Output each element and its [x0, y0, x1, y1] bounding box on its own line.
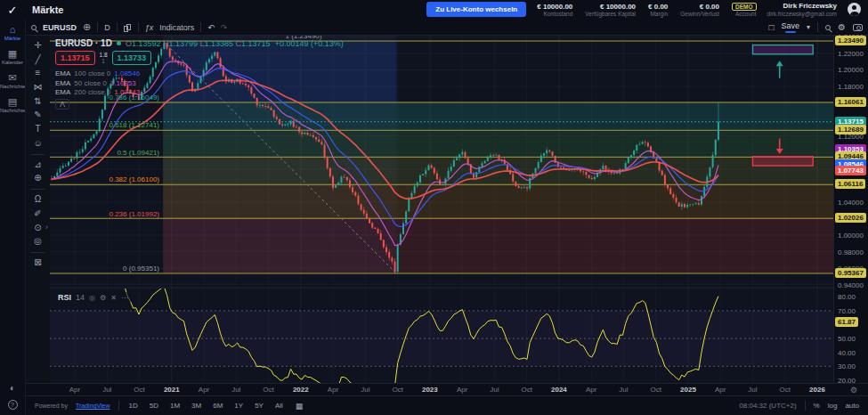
theme-toggle-icon[interactable]: ◐ [10, 383, 15, 393]
long-short-position-tool-icon[interactable]: ⇅ [31, 96, 45, 108]
brush-tool-icon[interactable]: ✎ [31, 110, 45, 121]
svg-text:0 (0.95351): 0 (0.95351) [123, 264, 159, 273]
broker-logo-icon[interactable]: ✓ [0, 0, 25, 20]
zoom-in-tool-icon[interactable]: ⊕ [31, 173, 45, 184]
multichart-layout-icon[interactable]: □ [768, 22, 774, 32]
trendline-tool-icon[interactable]: ╱ [31, 54, 45, 66]
page-title: Märkte [32, 4, 63, 15]
account-stat-label: Account [735, 11, 757, 17]
fib-retracement-tool-icon[interactable]: ≡ [31, 68, 45, 79]
symbol-search-input[interactable]: EURUSD [43, 23, 77, 32]
range-button-1y[interactable]: 1Y [232, 401, 245, 411]
rsi-settings-gear-icon[interactable]: ⚙ [100, 294, 106, 302]
range-button-1m[interactable]: 1M [168, 401, 182, 411]
user-email: dirk.friczewsky@gmail.com [767, 11, 837, 18]
measure-tool-icon[interactable]: ⊿ [31, 159, 45, 171]
chart-pane[interactable]: 1 (1.23490)0.786 (1.16049)0.618 (1.12741… [50, 36, 833, 383]
time-axis-label: Oct [385, 386, 410, 394]
account-stats: € 10000.00Kontostand€ 10000.00Verfügbare… [537, 3, 756, 18]
range-button-1d[interactable]: 1D [127, 401, 140, 411]
sidebar-item-nachrichten[interactable]: ▤Nachrichten [0, 97, 25, 113]
rsi-chart-canvas[interactable] [50, 289, 833, 383]
clock-label[interactable]: 08:04:32 (UTC+2) [739, 402, 796, 410]
axis-settings-gear-icon[interactable]: ⚙ [850, 386, 857, 395]
sidebar-item-label: Märkte [4, 36, 20, 41]
ema-legend-row[interactable]: EMA100 close 01.08546 [55, 69, 344, 77]
rsi-title[interactable]: RSI [58, 293, 71, 302]
magnet-tool-icon[interactable]: Ω [31, 194, 45, 206]
rsi-more-icon[interactable]: ⋯ [121, 294, 128, 302]
legend-collapse-button[interactable]: ⋀ [55, 99, 69, 110]
undo-icon[interactable]: ↶ [207, 23, 215, 32]
price-axis[interactable]: 1.240001.220001.200001.180001.160001.120… [833, 36, 868, 383]
tradingview-link[interactable]: TradingView [76, 403, 110, 409]
redo-icon[interactable]: ↷ [221, 23, 228, 32]
indicators-button[interactable]: Indicators [159, 23, 194, 32]
drawing-mode-tool-icon[interactable]: ✐ [31, 208, 45, 220]
chart-settings-gear-icon[interactable]: ⚙ [838, 22, 846, 32]
compare-add-symbol-icon[interactable]: ⊕ [83, 21, 91, 33]
sidebar-item-label: Nachrichten [0, 84, 25, 89]
account-stat-value: € 0.00 [700, 3, 719, 11]
time-axis-label: 2023 [418, 386, 442, 394]
toolbar-divider [31, 189, 45, 190]
price-axis-tick: 1.22000 [838, 50, 864, 58]
range-button-6m[interactable]: 6M [211, 401, 224, 411]
log-scale-button[interactable]: log [828, 402, 838, 410]
user-info: Dirk Friczewsky dirk.friczewsky@gmail.co… [767, 2, 837, 17]
sidebar-item-nachrichten[interactable]: ✉Nachrichten [0, 73, 25, 89]
interval-button[interactable]: D [104, 23, 110, 32]
emoji-tool-icon[interactable]: ☺ [31, 138, 45, 150]
time-axis-label: 2022 [288, 386, 313, 394]
range-button-3m[interactable]: 3M [190, 401, 203, 411]
panel-expander-chevron-icon[interactable]: › [45, 223, 48, 232]
range-button-all[interactable]: All [273, 401, 285, 411]
account-stat-label: Gewinn/Verlust [680, 11, 719, 17]
indicators-fx-icon[interactable]: ƒx [145, 23, 154, 32]
app-header: ✓ Märkte Zu Live-Konto wechseln € 10000.… [0, 0, 868, 20]
range-button-5y[interactable]: 5Y [253, 401, 265, 411]
symbol-search-icon[interactable] [31, 25, 37, 30]
news-icon: ▤ [8, 97, 17, 107]
toolbar-divider [200, 22, 201, 32]
price-axis-tick: 1.04000 [838, 199, 864, 207]
time-axis[interactable]: ⚙ AprJulOct2021AprJulOct2022AprJulOct202… [26, 383, 868, 395]
text-tool-icon[interactable]: T [31, 124, 45, 135]
save-dropdown-caret-icon[interactable]: ▾ [807, 23, 810, 31]
sidebar-item-kalender[interactable]: ▦Kalender [0, 49, 25, 65]
time-axis-label: Oct [127, 386, 152, 394]
symbol-title[interactable]: EURUSD · 1D [55, 38, 112, 48]
percent-scale-button[interactable]: % [814, 402, 820, 410]
buy-ask-button[interactable]: 1.13733 [112, 51, 152, 65]
quick-search-icon[interactable] [825, 25, 831, 30]
sidebar-item-märkte[interactable]: ⌂Märkte [0, 25, 25, 41]
account-stat-label: Kontostand [543, 11, 572, 17]
snapshot-camera-icon[interactable] [853, 24, 863, 31]
time-axis-label: Apr [320, 386, 345, 394]
go-to-date-calendar-icon[interactable]: ▦ [296, 402, 304, 411]
delete-drawings-tool-icon[interactable]: ⊠ [31, 257, 45, 269]
switch-to-live-button[interactable]: Zu Live-Konto wechseln [426, 2, 526, 17]
auto-scale-button[interactable]: auto [845, 402, 859, 410]
ema-legend-rows: EMA100 close 01.08546EMA50 close 01.1035… [55, 69, 344, 96]
save-layout-button[interactable]: Save [782, 22, 800, 33]
chart-style-icon[interactable] [124, 23, 132, 32]
help-icon[interactable]: ? [8, 400, 18, 410]
drawing-toolbar: ✛╱≡⋈⇅✎T☺⊿⊕Ω✐⊙◎⊠ [26, 36, 50, 383]
crosshair-tool-icon[interactable]: ✛ [31, 40, 45, 52]
rsi-visibility-eye-icon[interactable]: ◎ [89, 294, 95, 302]
pattern-tool-icon[interactable]: ⋈ [31, 82, 45, 94]
ema-legend-row[interactable]: EMA50 close 01.10353 [55, 79, 344, 87]
user-avatar[interactable] [848, 3, 861, 16]
rsi-close-icon[interactable]: ✕ [110, 294, 117, 302]
hide-drawings-tool-icon[interactable]: ◎ [31, 236, 45, 248]
ema-legend-row[interactable]: EMA200 close 01.07743 [55, 88, 344, 96]
price-axis-tick: 1.18000 [838, 83, 864, 91]
change-value: +0.00149 (+0.13%) [275, 39, 344, 48]
range-button-5d[interactable]: 5D [148, 401, 160, 411]
sell-bid-button[interactable]: 1.13715 [55, 51, 95, 65]
account-stat-label: Margin [650, 11, 668, 17]
lock-drawings-tool-icon[interactable]: ⊙ [31, 223, 45, 234]
account-stat: € 10000.00Kontostand [537, 3, 572, 18]
time-axis-label: 2025 [676, 386, 701, 394]
